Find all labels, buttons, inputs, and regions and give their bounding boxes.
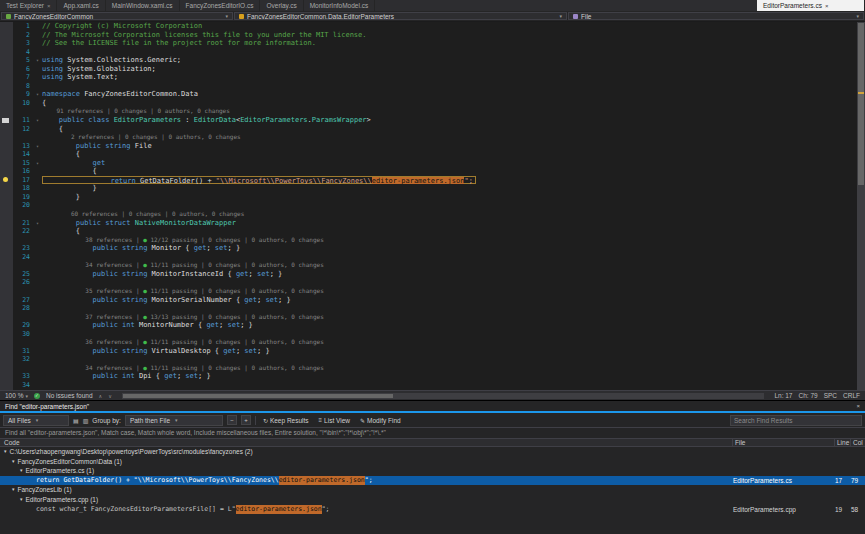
next-issue-icon[interactable]: ∨ <box>108 393 112 399</box>
tree-expand-icon[interactable]: ▾ <box>12 457 15 467</box>
type-dropdown[interactable]: FancyZonesEditorCommon.Data.EditorParame… <box>234 12 567 20</box>
file-filter-dropdown[interactable]: All Files ▾ <box>3 415 69 426</box>
code-text[interactable]: 2 references | 0 changes | 0 authors, 0 … <box>42 133 857 142</box>
code-editor[interactable]: 1// Copyright (c) Microsoft Corporation2… <box>0 22 865 390</box>
column-header-file[interactable]: File <box>733 439 835 446</box>
fold-chevron-icon[interactable]: ▾ <box>33 142 42 151</box>
tree-expand-icon[interactable]: ▾ <box>20 466 23 476</box>
tab-editorparameters-active[interactable]: EditorParameters.cs × <box>757 0 865 11</box>
scrollbar-thumb[interactable] <box>858 23 864 185</box>
fewer-groups-icon[interactable]: − <box>227 415 237 425</box>
code-text[interactable] <box>42 355 857 364</box>
more-groups-icon[interactable]: + <box>241 415 251 425</box>
code-text[interactable]: using System.Collections.Generic; <box>42 56 857 65</box>
find-panel-title-bar[interactable]: Find "editor-parameters.json" × <box>0 401 865 413</box>
code-text[interactable] <box>42 48 857 57</box>
code-text[interactable]: { <box>42 227 857 236</box>
health-status[interactable]: No issues found <box>46 392 93 399</box>
code-text[interactable] <box>42 330 857 339</box>
code-text[interactable]: // Copyright (c) Microsoft Corporation <box>42 22 857 31</box>
code-text[interactable]: using System.Globalization; <box>42 65 857 74</box>
scrollbar-thumb[interactable] <box>123 394 393 398</box>
code-text[interactable]: 37 references | ● 13/13 passing | 0 chan… <box>42 313 857 322</box>
code-text[interactable]: public string MonitorInstanceId { get; s… <box>42 270 857 279</box>
tree-expand-icon[interactable]: ▾ <box>20 495 23 505</box>
code-text[interactable]: 60 references | 0 changes | 0 authors, 0… <box>42 210 857 219</box>
document-tab[interactable]: MonitorInfoModel.cs <box>304 0 376 11</box>
member-dropdown[interactable]: File ▾ <box>568 12 864 20</box>
code-text[interactable] <box>42 82 857 91</box>
code-text[interactable]: public string VirtualDesktop { get; set;… <box>42 347 857 356</box>
close-icon[interactable]: × <box>856 403 860 409</box>
code-text[interactable]: public class EditorParameters : EditorDa… <box>42 116 857 125</box>
code-text[interactable]: public int MonitorNumber { get; set; } <box>42 321 857 330</box>
code-text[interactable]: 34 references | ● 11/11 passing | 0 chan… <box>42 261 857 270</box>
group-by-dropdown[interactable]: Path then File ▾ <box>125 415 223 426</box>
fold-chevron-icon[interactable]: ▾ <box>33 116 42 125</box>
code-text[interactable]: namespace FancyZonesEditorCommon.Data <box>42 90 857 99</box>
column-header-col[interactable]: Col <box>851 439 865 446</box>
close-icon[interactable]: × <box>825 3 829 9</box>
editor-lines: 1// Copyright (c) Microsoft Corporation2… <box>0 22 857 390</box>
search-find-results-input[interactable] <box>730 415 862 426</box>
prev-issue-icon[interactable]: ∧ <box>99 393 103 399</box>
code-text[interactable]: } <box>42 193 857 202</box>
document-tab[interactable]: App.xaml.cs <box>57 0 105 11</box>
zoom-control[interactable]: 100 % ▾ <box>5 392 28 399</box>
column-header-code[interactable]: Code <box>0 439 733 446</box>
code-text[interactable] <box>42 304 857 313</box>
code-text[interactable]: // The Microsoft Corporation licenses th… <box>42 31 857 40</box>
fold-chevron-icon[interactable]: ▾ <box>33 56 42 65</box>
fold-chevron-icon[interactable]: ▾ <box>33 219 42 228</box>
code-text[interactable]: 91 references | 0 changes | 0 authors, 0… <box>42 107 857 116</box>
code-text[interactable]: public string File <box>42 142 857 151</box>
code-text[interactable]: } <box>42 184 857 193</box>
fold-chevron-icon[interactable]: ▾ <box>33 90 42 99</box>
code-text[interactable]: public int Dpi { get; set; } <box>42 372 857 381</box>
modify-find-button[interactable]: ✎ Modify Find <box>357 415 404 426</box>
code-text[interactable]: 34 references | ● 11/11 passing | 0 chan… <box>42 364 857 373</box>
code-text[interactable]: 35 references | ● 11/11 passing | 0 chan… <box>42 287 857 296</box>
code-text[interactable]: { <box>42 150 857 159</box>
vertical-scrollbar[interactable] <box>857 22 865 390</box>
code-text[interactable] <box>42 201 857 210</box>
tree-expand-icon[interactable]: ▾ <box>4 447 7 457</box>
code-text[interactable]: public struct NativeMonitorDataWrapper <box>42 219 857 228</box>
results-group-row[interactable]: ▾C:\Users\zhaopengwang\Desktop\powertoys… <box>0 447 865 457</box>
lightbulb-icon[interactable] <box>3 177 8 182</box>
keep-results-button[interactable]: ↻ Keep Results <box>260 415 312 426</box>
column-header-line[interactable]: Line <box>835 439 851 446</box>
code-text[interactable]: get <box>42 159 857 168</box>
result-row[interactable]: return GetDataFolder() + "\\Microsoft\\P… <box>0 476 865 486</box>
document-tab[interactable]: MainWindow.xaml.cs <box>106 0 180 11</box>
document-tab[interactable]: Overlay.cs <box>260 0 303 11</box>
document-tab[interactable]: Test Explorer× <box>0 0 57 11</box>
code-text[interactable] <box>42 381 857 390</box>
code-text[interactable] <box>42 278 857 287</box>
code-text[interactable] <box>42 253 857 262</box>
results-group-row[interactable]: ▾EditorParameters.cs (1) <box>0 466 865 476</box>
copy-paths-icon[interactable]: ▥ <box>83 417 89 424</box>
results-group-row[interactable]: ▾FancyZonesEditorCommon\Data (1) <box>0 457 865 467</box>
code-text[interactable]: return GetDataFolder() + "\\Microsoft\\P… <box>42 176 857 185</box>
fold-chevron-icon[interactable]: ▾ <box>33 159 42 168</box>
close-icon[interactable]: × <box>47 3 51 9</box>
code-text[interactable]: public string MonitorSerialNumber { get;… <box>42 296 857 305</box>
result-row[interactable]: const wchar_t FancyZonesEditorParameters… <box>0 505 865 515</box>
code-text[interactable]: 38 references | ● 12/12 passing | 0 chan… <box>42 236 857 245</box>
code-text[interactable]: // See the LICENSE file in the project r… <box>42 39 857 48</box>
code-text[interactable]: { <box>42 167 857 176</box>
results-group-row[interactable]: ▾EditorParameters.cpp (1) <box>0 495 865 505</box>
copy-results-icon[interactable]: ▤ <box>73 417 79 424</box>
code-text[interactable]: using System.Text; <box>42 73 857 82</box>
list-view-button[interactable]: ≡ List View <box>316 415 353 426</box>
code-text[interactable]: public string Monitor { get; set; } <box>42 244 857 253</box>
project-dropdown[interactable]: FancyZonesEditorCommon ▾ <box>1 12 233 20</box>
results-group-row[interactable]: ▾FancyZonesLib (1) <box>0 485 865 495</box>
code-text[interactable]: 36 references | ● 11/11 passing | 0 chan… <box>42 338 857 347</box>
document-tab[interactable]: FancyZonesEditorIO.cs <box>180 0 261 11</box>
code-text[interactable]: { <box>42 99 857 108</box>
code-text[interactable]: { <box>42 125 857 134</box>
tree-expand-icon[interactable]: ▾ <box>12 485 15 495</box>
horizontal-scrollbar[interactable] <box>122 393 764 399</box>
